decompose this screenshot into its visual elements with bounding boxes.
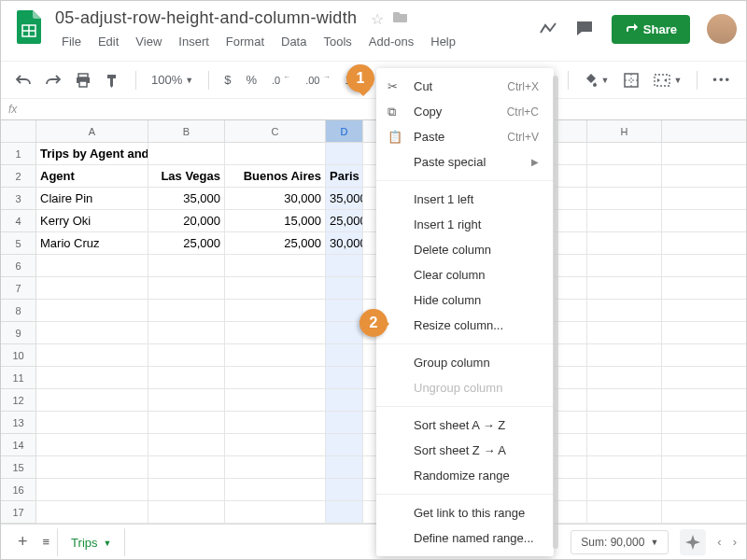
cell[interactable] bbox=[148, 367, 225, 388]
undo-button[interactable] bbox=[10, 70, 36, 91]
ctx-paste-special[interactable]: Paste special▶ bbox=[376, 149, 554, 175]
ctx-delete-column[interactable]: Delete column bbox=[376, 237, 554, 262]
cell[interactable] bbox=[225, 322, 326, 343]
menu-tools[interactable]: Tools bbox=[317, 32, 358, 51]
cell[interactable] bbox=[225, 456, 326, 478]
cell[interactable] bbox=[587, 322, 662, 343]
cell[interactable] bbox=[36, 344, 148, 366]
column-header[interactable]: A bbox=[36, 120, 148, 142]
cell[interactable] bbox=[587, 501, 662, 523]
all-sheets-button[interactable]: ≡ bbox=[35, 535, 58, 549]
cell[interactable] bbox=[36, 367, 148, 388]
cell[interactable] bbox=[225, 412, 326, 433]
cell[interactable] bbox=[587, 188, 662, 209]
row-header[interactable]: 13 bbox=[1, 412, 35, 434]
cell[interactable] bbox=[326, 300, 363, 321]
row-header[interactable]: 11 bbox=[1, 367, 35, 389]
cell[interactable] bbox=[225, 501, 326, 523]
row-header[interactable]: 14 bbox=[1, 434, 35, 456]
ctx-randomize[interactable]: Randomize range bbox=[376, 463, 554, 488]
cell[interactable] bbox=[587, 434, 662, 455]
cell[interactable] bbox=[148, 434, 225, 455]
row-header[interactable]: 2 bbox=[1, 165, 35, 188]
cell[interactable] bbox=[587, 143, 662, 164]
ctx-group-column[interactable]: Group column bbox=[376, 350, 554, 375]
menu-edit[interactable]: Edit bbox=[92, 32, 125, 51]
cell[interactable]: Trips by Agent and City bbox=[36, 143, 148, 164]
cell[interactable] bbox=[36, 501, 148, 523]
row-header[interactable]: 6 bbox=[1, 255, 35, 277]
activity-icon[interactable] bbox=[539, 20, 557, 38]
cell[interactable]: Claire Pin bbox=[36, 188, 148, 209]
row-header[interactable]: 15 bbox=[1, 456, 35, 479]
cell[interactable] bbox=[326, 434, 363, 455]
redo-button[interactable] bbox=[40, 70, 66, 91]
cell[interactable]: Agent bbox=[36, 165, 148, 187]
cell[interactable] bbox=[225, 434, 326, 455]
cell[interactable]: Buenos Aires bbox=[225, 165, 326, 187]
ctx-named-range[interactable]: Define named range... bbox=[376, 525, 554, 551]
explore-button[interactable] bbox=[680, 529, 706, 555]
ctx-insert-right[interactable]: Insert 1 right bbox=[376, 212, 554, 237]
comments-icon[interactable] bbox=[574, 19, 595, 39]
cell[interactable] bbox=[148, 389, 225, 411]
cell[interactable] bbox=[225, 479, 326, 500]
cell[interactable] bbox=[326, 501, 363, 523]
format-percent[interactable]: % bbox=[240, 69, 262, 91]
cell[interactable] bbox=[36, 277, 148, 299]
menu-insert[interactable]: Insert bbox=[172, 32, 216, 51]
cell[interactable] bbox=[326, 479, 363, 500]
row-header[interactable]: 5 bbox=[1, 232, 35, 255]
row-header[interactable]: 3 bbox=[1, 188, 35, 210]
menu-help[interactable]: Help bbox=[424, 32, 462, 51]
row-header[interactable]: 9 bbox=[1, 322, 35, 344]
row-header[interactable]: 1 bbox=[1, 143, 35, 165]
borders-button[interactable] bbox=[618, 69, 644, 91]
ctx-sort-za[interactable]: Sort sheet Z → A bbox=[376, 438, 554, 463]
sheet-tab[interactable]: Trips ▼ bbox=[57, 527, 125, 556]
cell[interactable] bbox=[36, 322, 148, 343]
share-button[interactable]: Share bbox=[612, 15, 690, 44]
ctx-resize-column[interactable]: Resize column... bbox=[376, 313, 554, 338]
more-toolbar[interactable]: ••• bbox=[707, 69, 737, 91]
cell[interactable] bbox=[225, 367, 326, 388]
ctx-cut[interactable]: ✂CutCtrl+X bbox=[376, 74, 554, 99]
cell[interactable]: 35,000 bbox=[326, 188, 363, 209]
cell[interactable] bbox=[587, 232, 662, 254]
cell[interactable] bbox=[587, 456, 662, 478]
cell[interactable] bbox=[36, 300, 148, 321]
select-all-corner[interactable] bbox=[1, 120, 35, 143]
cell[interactable] bbox=[225, 255, 326, 276]
cell[interactable] bbox=[326, 277, 363, 299]
paint-format-button[interactable] bbox=[100, 69, 126, 91]
quick-sum[interactable]: Sum: 90,000▼ bbox=[571, 530, 669, 554]
merge-cells-button[interactable]: ▼ bbox=[648, 70, 687, 91]
cell[interactable]: 25,000 bbox=[148, 232, 225, 254]
zoom-selector[interactable]: 100% ▼ bbox=[146, 69, 199, 91]
cell[interactable] bbox=[326, 143, 363, 164]
cell[interactable] bbox=[587, 344, 662, 366]
ctx-hide-column[interactable]: Hide column bbox=[376, 287, 554, 313]
cell[interactable]: 35,000 bbox=[148, 188, 225, 209]
cell[interactable] bbox=[326, 344, 363, 366]
cell[interactable]: 25,000 bbox=[326, 210, 363, 231]
cell[interactable] bbox=[36, 412, 148, 433]
cell[interactable] bbox=[225, 389, 326, 411]
cell[interactable] bbox=[36, 389, 148, 411]
cell[interactable] bbox=[587, 255, 662, 276]
row-header[interactable]: 7 bbox=[1, 277, 35, 300]
cell[interactable] bbox=[148, 501, 225, 523]
row-header[interactable]: 17 bbox=[1, 501, 35, 524]
cell[interactable] bbox=[148, 322, 225, 343]
menu-format[interactable]: Format bbox=[219, 32, 271, 51]
menu-file[interactable]: File bbox=[55, 32, 88, 51]
cell[interactable] bbox=[225, 143, 326, 164]
ctx-sort-az[interactable]: Sort sheet A → Z bbox=[376, 413, 554, 438]
cell[interactable] bbox=[148, 479, 225, 500]
row-header[interactable]: 4 bbox=[1, 210, 35, 232]
cell[interactable] bbox=[148, 300, 225, 321]
cell[interactable] bbox=[36, 434, 148, 455]
row-header[interactable]: 16 bbox=[1, 479, 35, 501]
cell[interactable]: 20,000 bbox=[148, 210, 225, 231]
row-header[interactable]: 12 bbox=[1, 389, 35, 412]
